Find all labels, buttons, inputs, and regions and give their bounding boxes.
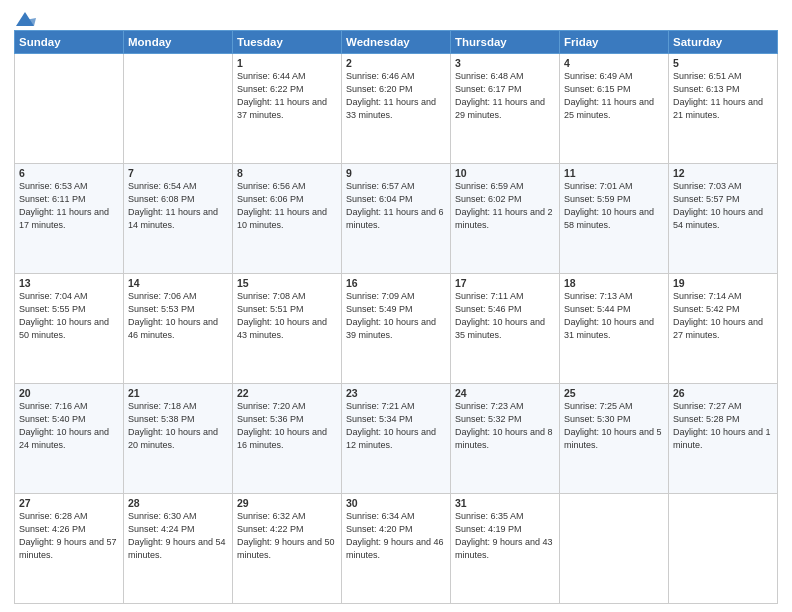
day-info: Sunrise: 7:21 AM Sunset: 5:34 PM Dayligh… bbox=[346, 400, 446, 452]
logo-icon bbox=[14, 10, 36, 28]
day-info: Sunrise: 7:09 AM Sunset: 5:49 PM Dayligh… bbox=[346, 290, 446, 342]
day-number: 17 bbox=[455, 277, 555, 289]
day-number: 24 bbox=[455, 387, 555, 399]
table-row: 11Sunrise: 7:01 AM Sunset: 5:59 PM Dayli… bbox=[560, 164, 669, 274]
table-row: 20Sunrise: 7:16 AM Sunset: 5:40 PM Dayli… bbox=[15, 384, 124, 494]
day-info: Sunrise: 7:11 AM Sunset: 5:46 PM Dayligh… bbox=[455, 290, 555, 342]
table-row: 22Sunrise: 7:20 AM Sunset: 5:36 PM Dayli… bbox=[233, 384, 342, 494]
table-row: 19Sunrise: 7:14 AM Sunset: 5:42 PM Dayli… bbox=[669, 274, 778, 384]
day-number: 6 bbox=[19, 167, 119, 179]
table-row: 25Sunrise: 7:25 AM Sunset: 5:30 PM Dayli… bbox=[560, 384, 669, 494]
col-saturday: Saturday bbox=[669, 31, 778, 54]
day-number: 27 bbox=[19, 497, 119, 509]
table-row: 1Sunrise: 6:44 AM Sunset: 6:22 PM Daylig… bbox=[233, 54, 342, 164]
day-info: Sunrise: 6:54 AM Sunset: 6:08 PM Dayligh… bbox=[128, 180, 228, 232]
table-row: 24Sunrise: 7:23 AM Sunset: 5:32 PM Dayli… bbox=[451, 384, 560, 494]
table-row: 5Sunrise: 6:51 AM Sunset: 6:13 PM Daylig… bbox=[669, 54, 778, 164]
col-wednesday: Wednesday bbox=[342, 31, 451, 54]
day-number: 7 bbox=[128, 167, 228, 179]
calendar-week-row: 13Sunrise: 7:04 AM Sunset: 5:55 PM Dayli… bbox=[15, 274, 778, 384]
day-info: Sunrise: 6:35 AM Sunset: 4:19 PM Dayligh… bbox=[455, 510, 555, 562]
table-row: 21Sunrise: 7:18 AM Sunset: 5:38 PM Dayli… bbox=[124, 384, 233, 494]
day-info: Sunrise: 7:01 AM Sunset: 5:59 PM Dayligh… bbox=[564, 180, 664, 232]
day-number: 31 bbox=[455, 497, 555, 509]
day-info: Sunrise: 6:44 AM Sunset: 6:22 PM Dayligh… bbox=[237, 70, 337, 122]
day-info: Sunrise: 6:46 AM Sunset: 6:20 PM Dayligh… bbox=[346, 70, 446, 122]
day-number: 25 bbox=[564, 387, 664, 399]
day-info: Sunrise: 7:20 AM Sunset: 5:36 PM Dayligh… bbox=[237, 400, 337, 452]
day-number: 2 bbox=[346, 57, 446, 69]
day-number: 18 bbox=[564, 277, 664, 289]
day-number: 10 bbox=[455, 167, 555, 179]
day-info: Sunrise: 7:16 AM Sunset: 5:40 PM Dayligh… bbox=[19, 400, 119, 452]
day-number: 22 bbox=[237, 387, 337, 399]
table-row: 14Sunrise: 7:06 AM Sunset: 5:53 PM Dayli… bbox=[124, 274, 233, 384]
table-row: 27Sunrise: 6:28 AM Sunset: 4:26 PM Dayli… bbox=[15, 494, 124, 604]
day-number: 1 bbox=[237, 57, 337, 69]
table-row: 29Sunrise: 6:32 AM Sunset: 4:22 PM Dayli… bbox=[233, 494, 342, 604]
day-number: 16 bbox=[346, 277, 446, 289]
day-number: 12 bbox=[673, 167, 773, 179]
day-info: Sunrise: 6:56 AM Sunset: 6:06 PM Dayligh… bbox=[237, 180, 337, 232]
table-row bbox=[669, 494, 778, 604]
calendar-header-row: Sunday Monday Tuesday Wednesday Thursday… bbox=[15, 31, 778, 54]
table-row: 18Sunrise: 7:13 AM Sunset: 5:44 PM Dayli… bbox=[560, 274, 669, 384]
logo bbox=[14, 10, 38, 24]
table-row: 23Sunrise: 7:21 AM Sunset: 5:34 PM Dayli… bbox=[342, 384, 451, 494]
day-info: Sunrise: 6:34 AM Sunset: 4:20 PM Dayligh… bbox=[346, 510, 446, 562]
day-info: Sunrise: 6:53 AM Sunset: 6:11 PM Dayligh… bbox=[19, 180, 119, 232]
day-number: 21 bbox=[128, 387, 228, 399]
col-friday: Friday bbox=[560, 31, 669, 54]
day-number: 23 bbox=[346, 387, 446, 399]
day-number: 15 bbox=[237, 277, 337, 289]
day-number: 26 bbox=[673, 387, 773, 399]
col-sunday: Sunday bbox=[15, 31, 124, 54]
day-info: Sunrise: 6:49 AM Sunset: 6:15 PM Dayligh… bbox=[564, 70, 664, 122]
table-row: 2Sunrise: 6:46 AM Sunset: 6:20 PM Daylig… bbox=[342, 54, 451, 164]
table-row: 7Sunrise: 6:54 AM Sunset: 6:08 PM Daylig… bbox=[124, 164, 233, 274]
table-row: 12Sunrise: 7:03 AM Sunset: 5:57 PM Dayli… bbox=[669, 164, 778, 274]
table-row: 28Sunrise: 6:30 AM Sunset: 4:24 PM Dayli… bbox=[124, 494, 233, 604]
calendar-week-row: 1Sunrise: 6:44 AM Sunset: 6:22 PM Daylig… bbox=[15, 54, 778, 164]
table-row: 6Sunrise: 6:53 AM Sunset: 6:11 PM Daylig… bbox=[15, 164, 124, 274]
table-row: 26Sunrise: 7:27 AM Sunset: 5:28 PM Dayli… bbox=[669, 384, 778, 494]
day-info: Sunrise: 7:23 AM Sunset: 5:32 PM Dayligh… bbox=[455, 400, 555, 452]
day-number: 13 bbox=[19, 277, 119, 289]
col-tuesday: Tuesday bbox=[233, 31, 342, 54]
col-thursday: Thursday bbox=[451, 31, 560, 54]
calendar-week-row: 6Sunrise: 6:53 AM Sunset: 6:11 PM Daylig… bbox=[15, 164, 778, 274]
table-row: 10Sunrise: 6:59 AM Sunset: 6:02 PM Dayli… bbox=[451, 164, 560, 274]
day-number: 5 bbox=[673, 57, 773, 69]
day-info: Sunrise: 7:04 AM Sunset: 5:55 PM Dayligh… bbox=[19, 290, 119, 342]
day-info: Sunrise: 6:32 AM Sunset: 4:22 PM Dayligh… bbox=[237, 510, 337, 562]
day-info: Sunrise: 7:14 AM Sunset: 5:42 PM Dayligh… bbox=[673, 290, 773, 342]
table-row: 31Sunrise: 6:35 AM Sunset: 4:19 PM Dayli… bbox=[451, 494, 560, 604]
table-row bbox=[124, 54, 233, 164]
day-number: 9 bbox=[346, 167, 446, 179]
day-info: Sunrise: 7:08 AM Sunset: 5:51 PM Dayligh… bbox=[237, 290, 337, 342]
day-info: Sunrise: 7:06 AM Sunset: 5:53 PM Dayligh… bbox=[128, 290, 228, 342]
day-info: Sunrise: 6:59 AM Sunset: 6:02 PM Dayligh… bbox=[455, 180, 555, 232]
table-row: 17Sunrise: 7:11 AM Sunset: 5:46 PM Dayli… bbox=[451, 274, 560, 384]
day-info: Sunrise: 7:18 AM Sunset: 5:38 PM Dayligh… bbox=[128, 400, 228, 452]
day-info: Sunrise: 6:51 AM Sunset: 6:13 PM Dayligh… bbox=[673, 70, 773, 122]
table-row: 3Sunrise: 6:48 AM Sunset: 6:17 PM Daylig… bbox=[451, 54, 560, 164]
day-number: 4 bbox=[564, 57, 664, 69]
page: Sunday Monday Tuesday Wednesday Thursday… bbox=[0, 0, 792, 612]
table-row bbox=[560, 494, 669, 604]
day-number: 8 bbox=[237, 167, 337, 179]
calendar-table: Sunday Monday Tuesday Wednesday Thursday… bbox=[14, 30, 778, 604]
table-row: 16Sunrise: 7:09 AM Sunset: 5:49 PM Dayli… bbox=[342, 274, 451, 384]
table-row: 30Sunrise: 6:34 AM Sunset: 4:20 PM Dayli… bbox=[342, 494, 451, 604]
day-info: Sunrise: 7:27 AM Sunset: 5:28 PM Dayligh… bbox=[673, 400, 773, 452]
day-info: Sunrise: 6:57 AM Sunset: 6:04 PM Dayligh… bbox=[346, 180, 446, 232]
day-info: Sunrise: 6:30 AM Sunset: 4:24 PM Dayligh… bbox=[128, 510, 228, 562]
day-number: 30 bbox=[346, 497, 446, 509]
header bbox=[14, 10, 778, 24]
day-info: Sunrise: 6:28 AM Sunset: 4:26 PM Dayligh… bbox=[19, 510, 119, 562]
table-row: 8Sunrise: 6:56 AM Sunset: 6:06 PM Daylig… bbox=[233, 164, 342, 274]
day-number: 19 bbox=[673, 277, 773, 289]
day-number: 29 bbox=[237, 497, 337, 509]
day-number: 11 bbox=[564, 167, 664, 179]
calendar-week-row: 27Sunrise: 6:28 AM Sunset: 4:26 PM Dayli… bbox=[15, 494, 778, 604]
